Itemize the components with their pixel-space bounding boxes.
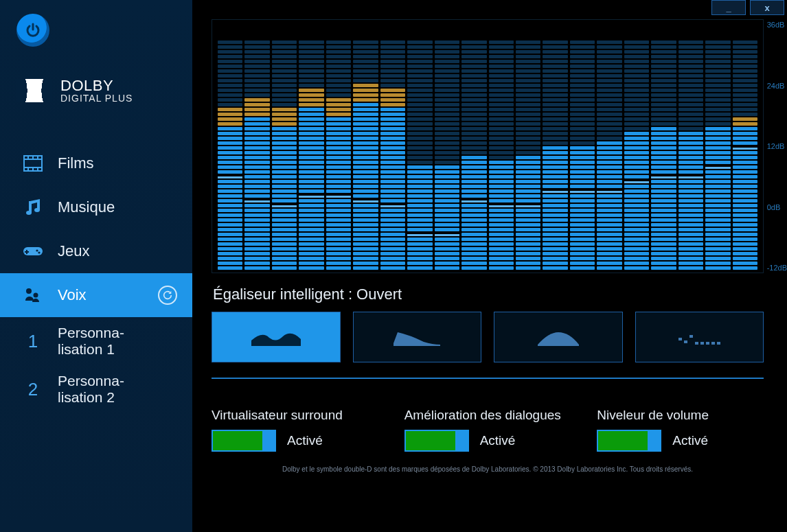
eq-band[interactable] bbox=[380, 41, 405, 270]
equalizer-title: Égaliseur intelligent : Ouvert bbox=[213, 286, 764, 303]
sidebar-item-preset-2[interactable]: 2 Personna-lisation 2 bbox=[0, 365, 192, 413]
reset-button[interactable] bbox=[158, 286, 177, 305]
eq-band[interactable] bbox=[435, 41, 459, 270]
svg-rect-20 bbox=[700, 342, 704, 345]
dolby-logo: DOLBY DIGITAL PLUS bbox=[16, 78, 192, 103]
feature-title: Amélioration des dialogues bbox=[404, 387, 571, 423]
eq-band[interactable] bbox=[678, 41, 703, 270]
svg-rect-22 bbox=[711, 342, 715, 345]
power-icon bbox=[25, 22, 41, 38]
feature-state: Activé bbox=[287, 433, 323, 448]
sidebar-item-label: Voix bbox=[58, 286, 87, 304]
eq-band[interactable] bbox=[272, 41, 297, 270]
feature-title: Virtualisateur surround bbox=[212, 387, 378, 423]
eq-band[interactable] bbox=[597, 41, 621, 270]
axis-label: -12dB bbox=[767, 264, 787, 272]
preset-number: 2 bbox=[22, 379, 44, 400]
toggle-dialogue[interactable] bbox=[404, 430, 469, 452]
divider bbox=[212, 378, 764, 379]
svg-rect-21 bbox=[706, 342, 709, 345]
svg-rect-16 bbox=[678, 338, 682, 340]
eq-band[interactable] bbox=[733, 41, 757, 270]
sidebar-item-label: Jeux bbox=[58, 242, 89, 260]
eq-preset-focused[interactable] bbox=[494, 312, 623, 362]
eq-band[interactable] bbox=[461, 41, 486, 270]
equalizer-display bbox=[212, 19, 764, 273]
gamepad-icon bbox=[22, 244, 44, 258]
eq-band[interactable] bbox=[244, 41, 269, 270]
sidebar-item-label: Personna-lisation 1 bbox=[58, 325, 124, 358]
axis-label: 36dB bbox=[767, 21, 787, 29]
svg-point-13 bbox=[38, 251, 40, 253]
eq-band[interactable] bbox=[218, 41, 242, 270]
feature-state: Activé bbox=[480, 433, 516, 448]
eq-band[interactable] bbox=[326, 41, 351, 270]
nav: Films Musique Jeux Voix 1 Personna-lis bbox=[0, 141, 192, 413]
logo-title: DOLBY bbox=[60, 78, 133, 93]
sidebar: DOLBY DIGITAL PLUS Films Musique Jeux bbox=[0, 0, 192, 532]
eq-band[interactable] bbox=[651, 41, 676, 270]
eq-band[interactable] bbox=[516, 41, 540, 270]
feature-state: Activé bbox=[672, 433, 708, 448]
film-icon bbox=[22, 155, 44, 172]
eq-band[interactable] bbox=[353, 41, 378, 270]
eq-band[interactable] bbox=[705, 41, 730, 270]
svg-rect-19 bbox=[695, 342, 698, 345]
eq-preset-rich[interactable] bbox=[353, 312, 482, 362]
refresh-icon bbox=[162, 290, 173, 301]
sidebar-item-label: Musique bbox=[58, 198, 115, 216]
eq-band[interactable] bbox=[489, 41, 514, 270]
eq-presets bbox=[212, 312, 764, 362]
eq-band[interactable] bbox=[299, 41, 323, 270]
music-icon bbox=[22, 198, 44, 216]
axis-label: 12dB bbox=[767, 142, 787, 150]
feature-title: Niveleur de volume bbox=[597, 387, 764, 423]
feature-surround: Virtualisateur surround Activé bbox=[212, 387, 378, 452]
equalizer-axis: 36dB 24dB 12dB 0dB -12dB bbox=[767, 19, 787, 273]
svg-point-12 bbox=[36, 249, 38, 251]
toggle-volume[interactable] bbox=[597, 430, 661, 452]
preset-number: 1 bbox=[22, 331, 44, 352]
eq-preset-manual[interactable] bbox=[635, 312, 764, 362]
eq-band[interactable] bbox=[570, 41, 595, 270]
sidebar-item-films[interactable]: Films bbox=[0, 141, 192, 185]
svg-rect-23 bbox=[717, 342, 720, 345]
voice-icon bbox=[22, 287, 44, 303]
sidebar-item-label: Films bbox=[58, 154, 94, 172]
sidebar-item-musique[interactable]: Musique bbox=[0, 185, 192, 229]
feature-volume: Niveleur de volume Activé bbox=[597, 387, 764, 452]
eq-band[interactable] bbox=[543, 41, 567, 270]
power-button[interactable] bbox=[16, 14, 49, 47]
dolby-icon bbox=[16, 79, 52, 102]
svg-rect-11 bbox=[25, 251, 29, 253]
feature-dialogue: Amélioration des dialogues Activé bbox=[404, 387, 571, 452]
sidebar-item-label: Personna-lisation 2 bbox=[58, 373, 124, 406]
svg-rect-17 bbox=[684, 340, 687, 343]
sidebar-item-preset-1[interactable]: 1 Personna-lisation 1 bbox=[0, 317, 192, 365]
eq-band[interactable] bbox=[407, 41, 432, 270]
svg-point-15 bbox=[34, 293, 38, 298]
axis-label: 0dB bbox=[767, 203, 787, 211]
toggle-surround[interactable] bbox=[212, 430, 276, 452]
svg-point-14 bbox=[26, 288, 32, 294]
sidebar-item-jeux[interactable]: Jeux bbox=[0, 229, 192, 273]
svg-rect-18 bbox=[689, 335, 693, 338]
main-panel: 36dB 24dB 12dB 0dB -12dB Égaliseur intel… bbox=[192, 0, 787, 532]
axis-label: 24dB bbox=[767, 82, 787, 90]
feature-toggles: Virtualisateur surround Activé Améliorat… bbox=[212, 387, 764, 452]
logo-subtitle: DIGITAL PLUS bbox=[60, 93, 133, 103]
eq-preset-open[interactable] bbox=[212, 312, 341, 362]
sidebar-item-voix[interactable]: Voix bbox=[0, 273, 192, 317]
footer-text: Dolby et le symbole double-D sont des ma… bbox=[212, 465, 764, 473]
eq-band[interactable] bbox=[624, 41, 649, 270]
